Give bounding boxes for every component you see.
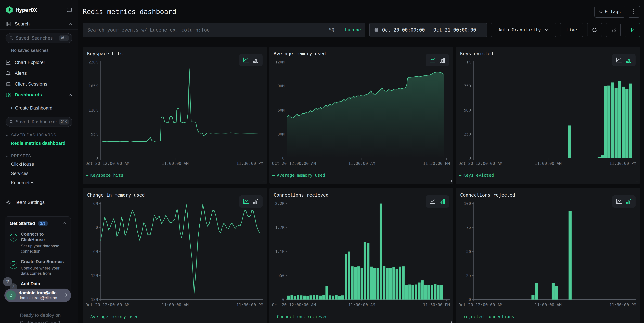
saved-searches-input[interactable]: ⌘K bbox=[6, 33, 72, 43]
svg-text:25: 25 bbox=[466, 273, 471, 278]
sidebar-item-team-settings[interactable]: Team Settings bbox=[0, 197, 78, 208]
saved-dashboards-input[interactable]: ⌘K bbox=[6, 117, 72, 127]
sidebar-item-label: Client Sessions bbox=[15, 81, 47, 87]
svg-text:11:30:00 PM: 11:30:00 PM bbox=[236, 303, 263, 307]
get-started-item-connect[interactable]: Connect to ClickHouse Set up your databa… bbox=[10, 231, 66, 254]
sidebar-item-clickhouse[interactable]: ClickHouse bbox=[0, 160, 78, 169]
sidebar-item-label: Search bbox=[15, 21, 30, 27]
sidebar-item-alerts[interactable]: Alerts bbox=[0, 68, 78, 79]
chevron-up-icon[interactable] bbox=[62, 222, 66, 225]
chart-title: Keys evicted bbox=[460, 51, 493, 56]
saved-dashboards-header[interactable]: SAVED DASHBOARDS bbox=[0, 129, 78, 139]
svg-text:0: 0 bbox=[468, 156, 471, 160]
refresh-button[interactable] bbox=[587, 23, 602, 37]
svg-text:50: 50 bbox=[466, 249, 471, 254]
presets-header[interactable]: PRESETS bbox=[0, 150, 78, 160]
chart-legend: —Connections recieved bbox=[272, 314, 328, 319]
chart-legend: —Keyspace hits bbox=[86, 173, 124, 178]
svg-text:-12M: -12M bbox=[89, 273, 98, 278]
chart-legend: —Average memory used bbox=[272, 173, 325, 178]
resize-handle[interactable] bbox=[636, 322, 638, 323]
sidebar-item-label: Chart Explorer bbox=[15, 60, 45, 65]
sql-mode-toggle[interactable]: SQL bbox=[329, 27, 337, 32]
svg-text:Oct 20 12:00:00 AM: Oct 20 12:00:00 AM bbox=[458, 161, 502, 166]
svg-text:500: 500 bbox=[464, 108, 471, 112]
user-account-button[interactable]: D dominic.tran@clic... dominic.tran@clic… bbox=[4, 289, 71, 302]
saved-dashboards-field[interactable] bbox=[16, 119, 57, 124]
user-email: dominic.tran@clickho... bbox=[18, 296, 60, 300]
sidebar-item-label: Dashboards bbox=[15, 92, 42, 97]
svg-text:11:30:00 PM: 11:30:00 PM bbox=[610, 303, 636, 307]
sidebar-item-dashboards[interactable]: Dashboards bbox=[0, 89, 78, 100]
svg-text:11:30:00 PM: 11:30:00 PM bbox=[236, 161, 263, 166]
chart-panel-average-memory: Average memory used 120M90M60M30M0Oct 20… bbox=[269, 46, 454, 184]
chart-plot: 1007550250Oct 20 12:00:00 AM11:00:00 AM1… bbox=[458, 201, 638, 308]
sidebar-item-chart-explorer[interactable]: Chart Explorer bbox=[0, 57, 78, 68]
chevron-down-icon bbox=[544, 27, 548, 32]
get-started-item-sources[interactable]: Create Data Sources Configure where your… bbox=[10, 259, 66, 276]
resize-handle[interactable] bbox=[263, 180, 265, 182]
journal-icon bbox=[6, 21, 11, 27]
saved-searches-field[interactable] bbox=[16, 36, 57, 41]
promo-text-line2: ClickHouse Cloud? bbox=[20, 320, 60, 323]
chevron-down-icon bbox=[5, 133, 9, 137]
help-button[interactable]: ? bbox=[3, 277, 12, 286]
svg-text:11:30:00 PM: 11:30:00 PM bbox=[423, 303, 450, 307]
sidebar-item-client-sessions[interactable]: Client Sessions bbox=[0, 79, 78, 89]
svg-text:75: 75 bbox=[466, 225, 471, 230]
chart-plot: 120M90M60M30M0Oct 20 12:00:00 AM11:00:00… bbox=[272, 60, 451, 167]
sidebar-item-redis-dashboard[interactable]: Redis metrics dashboard bbox=[0, 139, 78, 148]
tag-icon bbox=[598, 9, 603, 14]
create-dashboard-button[interactable]: + Create Dashboard bbox=[0, 103, 78, 113]
sidebar-item-kubernetes[interactable]: Kubernetes bbox=[0, 178, 78, 188]
sidebar-item-services[interactable]: Services bbox=[0, 169, 78, 178]
svg-text:Oct 20 12:00:00 AM: Oct 20 12:00:00 AM bbox=[86, 303, 129, 307]
page-title: Redis metrics dashboard bbox=[83, 8, 176, 15]
sidebar-collapse-icon[interactable] bbox=[66, 7, 72, 13]
svg-text:11:00:00 AM: 11:00:00 AM bbox=[348, 161, 375, 166]
chevron-up-icon[interactable] bbox=[68, 92, 72, 97]
svg-text:11:00:00 AM: 11:00:00 AM bbox=[162, 303, 188, 307]
get-started-card: Get Started 2/3 Connect to ClickHouse Se… bbox=[5, 216, 71, 296]
filter-button[interactable] bbox=[606, 23, 620, 37]
svg-text:1K: 1K bbox=[466, 60, 471, 64]
chart-plot: 2.2K1.7K1.1K5500Oct 20 12:00:00 AM11:00:… bbox=[272, 201, 451, 308]
tags-button[interactable]: 0 Tags bbox=[594, 6, 625, 17]
calendar-icon bbox=[374, 27, 379, 32]
svg-text:1.7K: 1.7K bbox=[275, 225, 284, 230]
date-range-picker[interactable]: Oct 20 00:00:00 - Oct 21 00:00:00 bbox=[370, 23, 487, 37]
svg-text:11:00:00 AM: 11:00:00 AM bbox=[348, 303, 375, 307]
dashboards-icon bbox=[6, 92, 11, 97]
plus-icon: + bbox=[10, 105, 13, 111]
logo-row: HyperDX bbox=[0, 0, 78, 18]
sidebar-item-label: Alerts bbox=[15, 70, 27, 76]
resize-handle[interactable] bbox=[263, 322, 265, 323]
live-button[interactable]: Live bbox=[560, 23, 583, 37]
lucene-mode-toggle[interactable]: Lucene bbox=[345, 27, 361, 32]
svg-text:165K: 165K bbox=[89, 84, 98, 88]
resize-handle[interactable] bbox=[450, 322, 452, 323]
chart-panel-connections-received: Connections recieved 2.2K1.7K1.1K5500Oct… bbox=[269, 188, 454, 323]
chart-title: Keyspace hits bbox=[87, 51, 123, 56]
sidebar-item-label: Team Settings bbox=[15, 200, 44, 205]
svg-text:6M: 6M bbox=[93, 201, 98, 206]
sidebar-item-search[interactable]: Search bbox=[0, 18, 78, 29]
svg-text:Oct 20 12:00:00 AM: Oct 20 12:00:00 AM bbox=[458, 303, 502, 307]
svg-text:11:00:00 AM: 11:00:00 AM bbox=[162, 161, 188, 166]
line-chart-icon bbox=[6, 60, 11, 65]
progress-badge: 2/3 bbox=[38, 221, 48, 226]
no-saved-searches-text: No saved searches bbox=[0, 43, 78, 54]
svg-text:Oct 20 12:00:00 AM: Oct 20 12:00:00 AM bbox=[86, 161, 129, 166]
resize-handle[interactable] bbox=[636, 180, 638, 182]
resize-handle[interactable] bbox=[450, 180, 452, 182]
granularity-dropdown[interactable]: Auto Granularity bbox=[491, 23, 556, 37]
gear-icon bbox=[6, 200, 11, 205]
chart-title: Connections rejected bbox=[460, 192, 515, 198]
play-icon bbox=[630, 27, 635, 32]
event-search-input[interactable] bbox=[83, 23, 365, 37]
chevron-up-icon[interactable] bbox=[68, 21, 72, 27]
more-options-button[interactable] bbox=[628, 6, 640, 17]
run-query-button[interactable] bbox=[625, 23, 640, 37]
chart-panel-connections-rejected: Connections rejected 1007550250Oct 20 12… bbox=[456, 188, 640, 323]
svg-text:120M: 120M bbox=[275, 60, 284, 64]
